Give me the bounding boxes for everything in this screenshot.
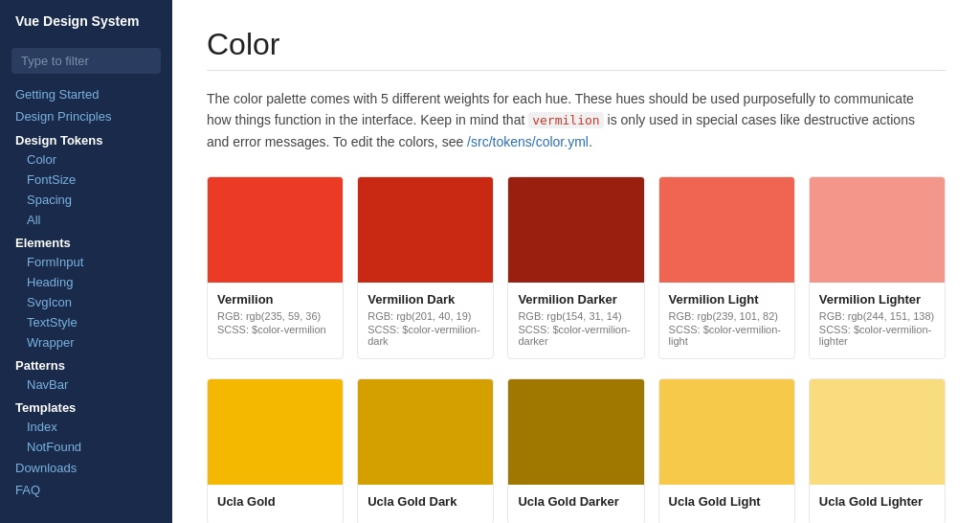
color-card-ucla-gold-dark: Ucla Gold Dark xyxy=(357,378,494,523)
sidebar-item-design-principles[interactable]: Design Principles xyxy=(0,105,172,127)
color-info-vermilion-light: Vermilion Light RGB: rgb(239, 101, 82) S… xyxy=(659,283,794,358)
color-name-ucla-gold-light: Ucla Gold Light xyxy=(669,494,785,509)
color-scss-vermilion-darker: SCSS: $color-vermilion-darker xyxy=(518,324,634,347)
color-info-ucla-gold-dark: Ucla Gold Dark xyxy=(358,485,493,523)
sidebar-item-all[interactable]: All xyxy=(0,210,172,230)
sidebar-section-design-tokens[interactable]: Design Tokens xyxy=(0,127,172,149)
sidebar-item-downloads[interactable]: Downloads xyxy=(0,457,172,479)
color-info-ucla-gold-lighter: Ucla Gold Lighter xyxy=(810,485,945,523)
color-info-ucla-gold-light: Ucla Gold Light xyxy=(659,485,794,523)
color-swatch-vermilion-light xyxy=(659,177,794,283)
color-scss-vermilion-dark: SCSS: $color-vermilion-dark xyxy=(368,324,483,347)
title-divider xyxy=(207,70,946,71)
sidebar-item-fontsize[interactable]: FontSize xyxy=(0,170,172,190)
color-card-vermilion-darker: Vermilion Darker RGB: rgb(154, 31, 14) S… xyxy=(507,176,644,359)
sidebar-search-input[interactable] xyxy=(11,48,161,74)
color-info-ucla-gold-darker: Ucla Gold Darker xyxy=(508,485,643,523)
color-swatch-vermilion-lighter xyxy=(810,177,945,283)
page-title: Color xyxy=(207,27,946,62)
sidebar-item-color[interactable]: Color xyxy=(0,149,172,170)
color-card-ucla-gold: Ucla Gold xyxy=(207,378,344,523)
vermilion-color-row: Vermilion RGB: rgb(235, 59, 36) SCSS: $c… xyxy=(207,176,946,359)
color-info-vermilion-dark: Vermilion Dark RGB: rgb(201, 40, 19) SCS… xyxy=(358,283,493,358)
color-swatch-ucla-gold xyxy=(208,379,343,485)
color-name-ucla-gold-lighter: Ucla Gold Lighter xyxy=(819,494,935,509)
color-name-ucla-gold-darker: Ucla Gold Darker xyxy=(518,494,634,509)
color-info-vermilion: Vermilion RGB: rgb(235, 59, 36) SCSS: $c… xyxy=(208,283,343,347)
vermilion-code: vermilion xyxy=(528,112,603,128)
color-rgb-vermilion: RGB: rgb(235, 59, 36) xyxy=(217,310,333,322)
color-swatch-ucla-gold-lighter xyxy=(810,379,945,485)
sidebar-item-getting-started[interactable]: Getting Started xyxy=(0,83,172,105)
sidebar-title: Vue Design System xyxy=(0,0,172,42)
color-card-ucla-gold-lighter: Ucla Gold Lighter xyxy=(809,378,946,523)
sidebar-navigation: Getting Started Design Principles Design… xyxy=(0,83,172,511)
color-card-vermilion: Vermilion RGB: rgb(235, 59, 36) SCSS: $c… xyxy=(207,176,344,359)
color-card-vermilion-dark: Vermilion Dark RGB: rgb(201, 40, 19) SCS… xyxy=(357,176,494,359)
color-name-vermilion-darker: Vermilion Darker xyxy=(518,292,634,307)
color-name-vermilion-light: Vermilion Light xyxy=(669,292,785,307)
sidebar-item-svgicon[interactable]: SvgIcon xyxy=(0,292,172,312)
color-swatch-ucla-gold-dark xyxy=(358,379,493,485)
color-name-ucla-gold: Ucla Gold xyxy=(217,494,333,509)
page-description: The color palette comes with 5 different… xyxy=(207,88,915,153)
color-swatch-vermilion xyxy=(208,177,343,283)
color-swatch-ucla-gold-light xyxy=(659,379,794,485)
color-card-vermilion-lighter: Vermilion Lighter RGB: rgb(244, 151, 138… xyxy=(809,176,946,359)
sidebar-item-forminput[interactable]: FormInput xyxy=(0,252,172,272)
sidebar-item-heading[interactable]: Heading xyxy=(0,272,172,292)
sidebar-section-patterns[interactable]: Patterns xyxy=(0,352,172,375)
sidebar-item-notfound[interactable]: NotFound xyxy=(0,437,172,457)
sidebar: Vue Design System Getting Started Design… xyxy=(0,0,172,523)
color-rgb-vermilion-lighter: RGB: rgb(244, 151, 138) xyxy=(819,310,935,322)
sidebar-section-templates[interactable]: Templates xyxy=(0,395,172,417)
color-info-vermilion-darker: Vermilion Darker RGB: rgb(154, 31, 14) S… xyxy=(508,283,643,358)
color-swatch-vermilion-darker xyxy=(508,177,643,283)
color-rgb-vermilion-darker: RGB: rgb(154, 31, 14) xyxy=(518,310,634,322)
color-swatch-ucla-gold-darker xyxy=(508,379,643,485)
color-scss-vermilion-light: SCSS: $color-vermilion-light xyxy=(669,324,785,347)
color-info-ucla-gold: Ucla Gold xyxy=(208,485,343,523)
sidebar-section-elements[interactable]: Elements xyxy=(0,230,172,252)
sidebar-item-textstyle[interactable]: TextStyle xyxy=(0,312,172,332)
color-rgb-vermilion-dark: RGB: rgb(201, 40, 19) xyxy=(368,310,483,322)
main-content: Color The color palette comes with 5 dif… xyxy=(172,0,980,523)
color-card-vermilion-light: Vermilion Light RGB: rgb(239, 101, 82) S… xyxy=(658,176,795,359)
color-scss-vermilion-lighter: SCSS: $color-vermilion-lighter xyxy=(819,324,935,347)
color-rgb-vermilion-light: RGB: rgb(239, 101, 82) xyxy=(669,310,785,322)
color-name-vermilion: Vermilion xyxy=(217,292,333,307)
ucla-gold-color-row: Ucla Gold Ucla Gold Dark Ucla Gold Darke… xyxy=(207,378,946,523)
color-name-vermilion-dark: Vermilion Dark xyxy=(368,292,483,307)
color-card-ucla-gold-light: Ucla Gold Light xyxy=(658,378,795,523)
sidebar-item-wrapper[interactable]: Wrapper xyxy=(0,332,172,352)
sidebar-item-navbar[interactable]: NavBar xyxy=(0,375,172,395)
color-info-vermilion-lighter: Vermilion Lighter RGB: rgb(244, 151, 138… xyxy=(810,283,945,358)
sidebar-item-faq[interactable]: FAQ xyxy=(0,479,172,501)
sidebar-item-spacing[interactable]: Spacing xyxy=(0,190,172,210)
color-swatch-vermilion-dark xyxy=(358,177,493,283)
color-scss-vermilion: SCSS: $color-vermilion xyxy=(217,324,333,335)
color-card-ucla-gold-darker: Ucla Gold Darker xyxy=(507,378,644,523)
color-yml-link[interactable]: /src/tokens/color.yml xyxy=(467,134,589,149)
sidebar-item-index[interactable]: Index xyxy=(0,417,172,437)
color-name-ucla-gold-dark: Ucla Gold Dark xyxy=(368,494,483,509)
color-name-vermilion-lighter: Vermilion Lighter xyxy=(819,292,935,307)
